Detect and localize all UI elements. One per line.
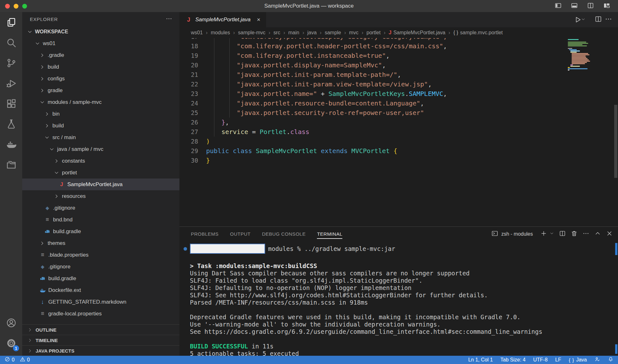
tree-item-build[interactable]: build [22,120,179,131]
tree-item-label: gradle [48,87,63,94]
explorer-more-actions-icon[interactable] [165,15,172,23]
panel-chevron-up-icon[interactable] [594,230,601,238]
tree-item--gitignore[interactable]: ◆.gitignore [22,261,179,273]
maximize-window-button[interactable] [22,4,27,9]
tree-item-gradle-local-properties[interactable]: ≡gradle-local.properties [22,308,179,320]
breadcrumb-item[interactable]: { }sample.mvc.portlet [453,30,503,36]
status-utf-8[interactable]: UTF-8 [533,356,547,364]
status-ln-1-col-1[interactable]: Ln 1, Col 1 [468,356,493,364]
breadcrumb-item[interactable]: sample [325,30,341,36]
panel-tab-terminal[interactable]: TERMINAL [317,227,342,241]
activity-search-icon-button[interactable] [0,32,22,53]
tree-item-gradle[interactable]: gradle [22,84,179,96]
panel-trash-icon[interactable] [571,230,578,238]
breadcrumb-item[interactable]: modules [211,30,230,36]
status-0[interactable]: 0 [20,356,30,364]
panel-more-icon[interactable] [582,230,589,238]
breadcrumb-item[interactable]: JSampleMvcPortlet.java [389,30,446,36]
tree-item-build-gradle[interactable]: build.gradle [22,226,179,237]
tree-item-portlet[interactable]: portlet [22,167,179,179]
breadcrumb-item[interactable]: sample-mvc [238,30,265,36]
split-editor-icon[interactable] [587,2,594,10]
status-0[interactable]: 0 [4,356,15,364]
activity-accounts-icon-button[interactable] [0,313,22,333]
sidebar-section-java-projects[interactable]: JAVA PROJECTS [22,345,179,356]
tree-item-ws01[interactable]: ws01 [22,37,179,49]
tree-item-dockerfile-ext[interactable]: Dockerfile.ext [22,284,179,296]
java-file-icon: J [58,181,65,188]
title-bar: SampleMvcPortlet.java — workspace [0,0,618,12]
terminal-instance-chip[interactable]: zsh - modules [491,230,533,238]
activity-source-control-icon-button[interactable] [0,53,22,73]
toggle-sidebar-icon[interactable] [554,2,562,10]
status-person-check[interactable] [594,356,600,364]
tree-item-bin[interactable]: bin [22,108,179,120]
breadcrumb-separator: › [283,30,285,36]
more-actions-icon[interactable] [605,15,612,24]
toggle-panel-icon[interactable] [571,2,578,10]
status-bell[interactable] [608,356,614,364]
activity-extensions-icon-button[interactable] [0,93,22,114]
activity-folders-icon-button[interactable] [0,154,22,175]
chevron-down-icon[interactable] [581,17,586,23]
code-editor[interactable]: 17 "com.liferay.portlet.display-category… [179,38,618,226]
tree-item--gradle[interactable]: .gradle [22,49,179,61]
activity-explorer-icon-button[interactable] [0,12,22,32]
panel-plus-icon[interactable] [540,230,547,238]
activity-run-debug-icon-button[interactable] [0,73,22,93]
status-java[interactable]: { }Java [569,356,587,364]
tree-item-build-gradle[interactable]: build.gradle [22,273,179,284]
panel-chevron-down-icon[interactable] [552,231,554,237]
panel-close-icon[interactable] [606,230,613,238]
close-window-button[interactable] [5,4,10,9]
tree-item-label: .gitignore [48,264,71,270]
tree-item-label: .gitignore [53,205,75,211]
status-lf[interactable]: LF [555,356,561,364]
minimap[interactable] [568,39,600,84]
tree-item-getting-started-markdown[interactable]: ↓GETTING_STARTED.markdown [22,296,179,308]
tree-item-src-main[interactable]: src / main [22,131,179,143]
breadcrumb-item[interactable]: portlet [366,30,380,36]
breadcrumb-item[interactable]: mvc [349,30,358,36]
split-editor-icon[interactable] [594,15,602,24]
editor-scrollbar[interactable] [614,105,617,178]
tree-item-modules-sample-mvc[interactable]: modules / sample-mvc [22,96,179,108]
close-tab-icon[interactable]: × [254,16,260,23]
tree-item-constants[interactable]: constants [22,155,179,167]
line-number: 20 [179,60,206,70]
terminal-line: Using Dart Sass compiler because other s… [190,270,618,277]
line-number: 17 [179,38,206,41]
sidebar-section-outline[interactable]: OUTLINE [22,324,179,335]
panel-tab-debug-console[interactable]: DEBUG CONSOLE [262,227,306,241]
activity-testing-icon-button[interactable] [0,114,22,134]
code-line: 19 "com.liferay.portlet.instanceable=tru… [179,51,618,60]
breadcrumb-item[interactable]: src [273,30,280,36]
run-button[interactable] [574,16,586,24]
tree-item-samplemvcportlet-java[interactable]: JSampleMvcPortlet.java [22,179,179,190]
workspace-section-header[interactable]: WORKSPACE [22,26,179,37]
tree-item--blade-properties[interactable]: ≡.blade.properties [22,249,179,261]
panel-split-editor-icon[interactable] [559,230,566,238]
activity-docker-icon-button[interactable] [0,134,22,154]
tree-item-build[interactable]: build [22,61,179,73]
activity-settings-icon-button[interactable]: 1 [0,333,22,353]
tree-item--gitignore[interactable]: ◆.gitignore [22,202,179,214]
status-tab-size-4[interactable]: Tab Size: 4 [500,356,526,364]
panel-tab-output[interactable]: OUTPUT [230,227,251,241]
tree-item-java-sample-mvc[interactable]: java / sample / mvc [22,143,179,155]
tree-item-bnd-bnd[interactable]: ≡bnd.bnd [22,214,179,226]
terminal-line: SLF4J: Defaulting to no-operation (NOP) … [190,284,618,292]
tab-samplemvcportlet-java[interactable]: J SampleMvcPortlet.java × [179,12,266,27]
terminal-scroll-mark [615,344,617,354]
breadcrumb-item[interactable]: java [307,30,317,36]
tree-item-themes[interactable]: themes [22,237,179,249]
sidebar-section-timeline[interactable]: TIMELINE [22,335,179,345]
breadcrumb-item[interactable]: main [288,30,299,36]
tree-item-resources[interactable]: resources [22,190,179,202]
terminal-output[interactable]: modules % ../gradlew sample-mvc:jar > Ta… [179,241,618,356]
breadcrumb-item[interactable]: ws01 [191,30,203,36]
minimize-window-button[interactable] [14,4,18,9]
panel-tab-problems[interactable]: PROBLEMS [191,227,218,241]
tree-item-configs[interactable]: configs [22,73,179,84]
customize-layout-icon[interactable] [603,2,610,10]
